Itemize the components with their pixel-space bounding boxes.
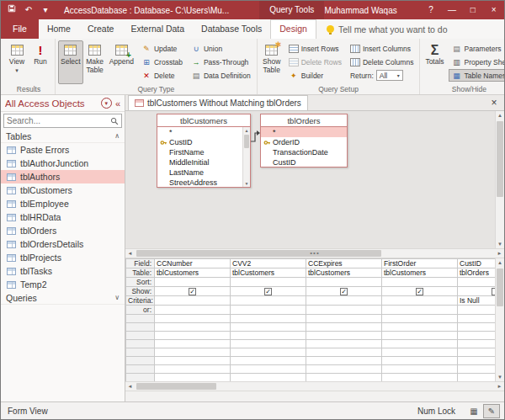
grid-cell-sort[interactable]	[306, 278, 382, 287]
delete-query-button[interactable]: ✕Delete	[138, 69, 186, 82]
field-row[interactable]: MiddleInitial	[157, 157, 250, 167]
grid-cell-field[interactable]: CustID	[458, 259, 496, 268]
grid-vertical-scrollbar[interactable]: ▲ ▼	[495, 258, 504, 381]
show-table-button[interactable]: ✱ Show Table	[260, 40, 284, 84]
datasheet-view-icon[interactable]: ▦	[465, 404, 482, 418]
grid-cell-field[interactable]: CVV2	[231, 259, 306, 268]
grid-cell-or[interactable]	[458, 306, 496, 315]
show-checkbox[interactable]	[416, 288, 423, 295]
tab-home[interactable]: Home	[39, 19, 79, 39]
navigation-pane-title[interactable]: All Access Objects	[5, 98, 101, 109]
field-list-title[interactable]: tblOrders	[261, 114, 347, 127]
field-row[interactable]: *	[157, 127, 250, 137]
section-header-queries[interactable]: Queries ∨	[1, 291, 125, 305]
grid-horizontal-scrollbar[interactable]: ◄ ►	[125, 381, 504, 391]
field-row[interactable]: OrderID	[261, 137, 347, 147]
pane-splitter-handle[interactable]: •••	[310, 249, 319, 258]
sidebar-item-selected[interactable]: tblAuthors	[1, 170, 125, 183]
tab-create[interactable]: Create	[79, 19, 123, 39]
field-row[interactable]: FirstName	[157, 147, 250, 157]
grid-cell-table[interactable]: tblOrders	[458, 268, 496, 278]
field-row[interactable]: LastName	[157, 167, 250, 178]
field-row[interactable]: CustID	[261, 157, 347, 167]
grid-cell-sort[interactable]	[231, 278, 306, 287]
grid-cell-or[interactable]	[231, 306, 306, 315]
field-row[interactable]: TransactionDate	[261, 147, 347, 157]
sidebar-item[interactable]: tblOrders	[1, 224, 125, 237]
tab-design[interactable]: Design	[270, 19, 316, 39]
grid-cell-criteria[interactable]: Is Null	[458, 296, 496, 306]
minimize-button[interactable]: —	[442, 1, 463, 19]
delete-rows-button[interactable]: Delete Rows	[285, 56, 345, 68]
tab-file[interactable]: File	[1, 19, 39, 39]
sidebar-item[interactable]: tblTasks	[1, 264, 125, 278]
grid-cell-field[interactable]: CCNumber	[155, 259, 231, 268]
document-tab[interactable]: tblCustomers Without Matching tblOrders	[128, 95, 308, 110]
grid-cell-field[interactable]: CCExpires	[306, 259, 382, 268]
search-input[interactable]	[7, 116, 110, 125]
parameters-button[interactable]: ▤Parameters	[449, 42, 504, 55]
scroll-thumb[interactable]	[136, 250, 381, 257]
query-design-surface[interactable]: tblCustomers * CustID FirstName MiddleIn…	[125, 111, 495, 248]
scroll-thumb[interactable]	[497, 121, 503, 197]
scroll-left-icon[interactable]: ◄	[125, 384, 135, 389]
grid-cell-sort[interactable]	[382, 278, 458, 287]
grid-cell-table[interactable]: tblCustomers	[306, 268, 382, 278]
account-name[interactable]: Muhammad Waqas	[324, 6, 396, 15]
grid-cell-table[interactable]: tblCustomers	[155, 268, 231, 278]
scroll-down-icon[interactable]: ▼	[243, 180, 250, 187]
show-checkbox[interactable]	[189, 288, 196, 295]
grid-cell-or[interactable]	[306, 306, 382, 315]
scroll-up-icon[interactable]: ▲	[496, 258, 504, 267]
sidebar-item[interactable]: tblHRData	[1, 210, 125, 224]
delete-columns-button[interactable]: Delete Columns	[347, 56, 417, 68]
update-button[interactable]: ✎Update	[138, 42, 186, 55]
sidebar-item[interactable]: Paste Errors	[1, 143, 125, 157]
scroll-thumb[interactable]	[497, 268, 503, 306]
select-query-button[interactable]: Select	[58, 40, 83, 84]
design-vertical-scrollbar[interactable]: ▲ ▼	[495, 111, 504, 248]
field-list-title[interactable]: tblCustomers	[157, 114, 250, 127]
grid-cell-or[interactable]	[382, 306, 458, 315]
pass-through-button[interactable]: →Pass-Through	[188, 56, 254, 68]
totals-button[interactable]: Σ Totals	[423, 40, 446, 84]
join-line[interactable]	[248, 111, 265, 162]
data-definition-button[interactable]: ▤Data Definition	[188, 69, 254, 82]
builder-button[interactable]: ✦Builder	[285, 69, 345, 82]
scroll-up-icon[interactable]: ▲	[496, 111, 504, 120]
scroll-right-icon[interactable]: ►	[495, 251, 504, 256]
scroll-down-icon[interactable]: ▼	[496, 240, 504, 248]
grid-cell-field[interactable]: FirstOrder	[382, 259, 458, 268]
crosstab-button[interactable]: ⊞Crosstab	[138, 56, 186, 68]
field-list-tblOrders[interactable]: tblOrders * OrderID TransactionDate Cust…	[260, 114, 348, 167]
maximize-button[interactable]: □	[462, 1, 483, 19]
run-button[interactable]: ! Run	[29, 40, 52, 84]
property-sheet-button[interactable]: ▥Property Sheet	[449, 56, 504, 68]
grid-cell-or[interactable]	[155, 306, 231, 315]
view-dropdown-caret[interactable]: ▾	[15, 67, 19, 74]
tell-me-box[interactable]: Tell me what you want to do	[327, 19, 448, 39]
grid-cell-criteria[interactable]	[155, 296, 231, 306]
field-row-selected[interactable]: *	[261, 127, 347, 137]
design-horizontal-scrollbar[interactable]: ◄ ► •••	[125, 248, 504, 258]
sidebar-item[interactable]: tblAuthorJunction	[1, 157, 125, 170]
grid-cell-criteria[interactable]	[382, 296, 458, 306]
grid-cell-criteria[interactable]	[306, 296, 382, 306]
sidebar-item[interactable]: tblOrdersDetails	[1, 237, 125, 251]
view-button[interactable]: View ▾	[5, 40, 29, 84]
tab-external-data[interactable]: External Data	[122, 19, 193, 39]
field-row[interactable]: StreetAddress	[157, 178, 250, 188]
grid-cell-table[interactable]: tblCustomers	[231, 268, 306, 278]
help-button[interactable]: ?	[421, 1, 442, 19]
design-view-icon[interactable]: ✎	[483, 404, 500, 418]
make-table-button[interactable]: Make Table	[83, 40, 107, 84]
qat-customize-icon[interactable]: ▾	[40, 1, 50, 19]
insert-rows-button[interactable]: Insert Rows	[285, 42, 345, 55]
nav-menu-icon[interactable]: ▾	[101, 98, 112, 109]
scroll-thumb[interactable]	[136, 383, 216, 390]
union-button[interactable]: ∪Union	[188, 42, 254, 55]
table-names-button[interactable]: ▦Table Names	[449, 69, 504, 82]
show-checkbox[interactable]	[340, 288, 348, 295]
grid-cell-table[interactable]: tblCustomers	[382, 268, 458, 278]
scroll-right-icon[interactable]: ►	[495, 384, 504, 389]
